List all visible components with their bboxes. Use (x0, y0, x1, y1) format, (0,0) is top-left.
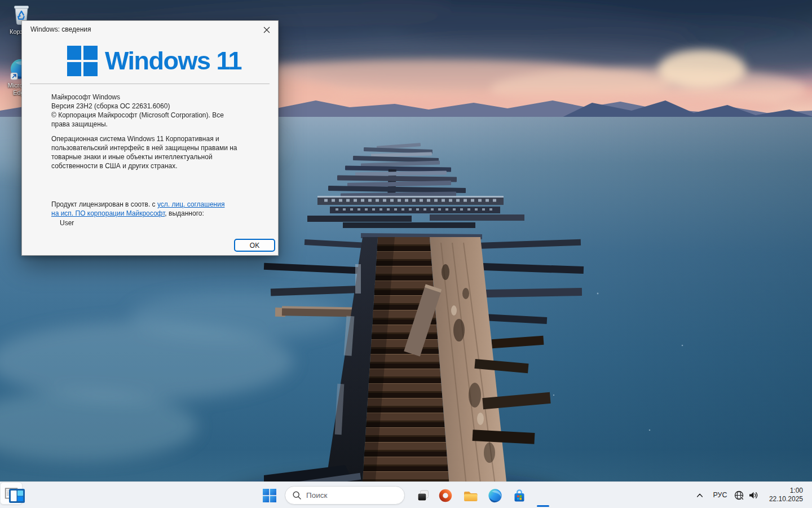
copyright-line: © Корпорация Майкрософт (Microsoft Corpo… (51, 111, 239, 129)
close-button[interactable] (258, 23, 275, 37)
file-explorer-button[interactable] (459, 484, 482, 507)
product-info: Майкрософт Windows Версия 23H2 (сборка О… (51, 93, 244, 129)
product-name: Майкрософт Windows (51, 93, 244, 102)
chevron-up-icon (696, 492, 704, 498)
network-globe-no-internet-icon[interactable] (734, 491, 744, 500)
start-button[interactable] (258, 484, 281, 507)
license-suffix: , выданного: (165, 209, 204, 217)
about-windows-dialog: Windows: сведения Windows 11 Майкрософт … (21, 20, 279, 256)
hidden-icons-chevron[interactable] (692, 488, 707, 502)
edge-taskbar-button[interactable] (484, 484, 506, 507)
speaker-icon[interactable] (748, 491, 758, 500)
system-tray (734, 488, 758, 502)
task-view-icon (416, 489, 430, 502)
dialog-titlebar[interactable]: Windows: сведения (22, 21, 278, 38)
office-button[interactable] (434, 484, 457, 507)
licensee-name: User (60, 218, 74, 227)
edge-icon (488, 488, 502, 503)
ok-button[interactable]: OK (234, 239, 275, 252)
language-indicator[interactable]: РУС (709, 488, 731, 502)
clock-date: 22.10.2025 (769, 495, 803, 503)
file-explorer-icon (463, 489, 478, 502)
windows-logo-icon (67, 46, 98, 76)
taskbar-clock[interactable]: 1:00 22.10.2025 (769, 487, 803, 503)
windows11-logo: Windows 11 (67, 45, 241, 77)
microsoft-store-button[interactable] (508, 484, 531, 507)
version-line: Версия 23H2 (сборка ОС 22631.6060) (51, 102, 244, 111)
microsoft-store-icon (513, 488, 526, 503)
windows11-wordmark: Windows 11 (105, 46, 241, 76)
start-icon (263, 489, 276, 502)
close-icon (263, 27, 270, 33)
divider (30, 84, 270, 84)
widgets-icon (9, 489, 25, 503)
active-app-indicator (537, 505, 549, 507)
trademark-paragraph: Операционная система Windows 11 Корпорат… (51, 134, 258, 170)
dialog-title: Windows: сведения (30, 25, 91, 33)
license-prefix: Продукт лицензирован в соотв. с (51, 200, 157, 208)
license-paragraph: Продукт лицензирован в соотв. с усл. лиц… (51, 200, 233, 218)
search-icon (293, 491, 301, 500)
taskbar-search[interactable] (285, 486, 405, 505)
search-input[interactable] (306, 491, 391, 500)
office-icon (439, 489, 452, 502)
task-view-button[interactable] (412, 484, 434, 507)
widgets-button[interactable] (6, 484, 28, 507)
clock-time: 1:00 (769, 487, 803, 495)
taskbar: РУС 1:00 22.10.2025 (0, 481, 812, 508)
